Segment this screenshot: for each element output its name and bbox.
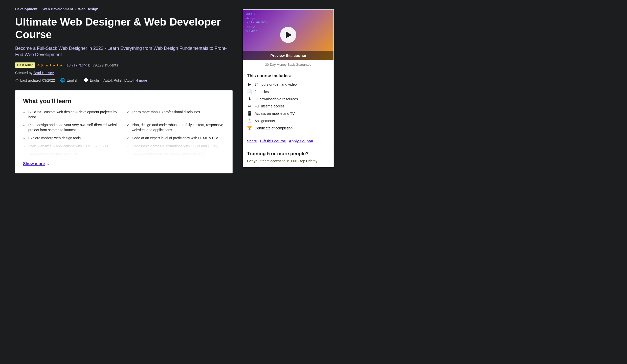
learn-item: ✓ Use awesome tools like Figma, Adobe XD…: [126, 152, 225, 157]
learn-item-text: Build 23+ custom web design & developmen…: [28, 110, 121, 120]
course-preview-image[interactable]: <html><body> <h1>UNO</h1> </h1></html> P…: [243, 10, 333, 60]
infinity-icon: ∞: [247, 104, 252, 108]
learn-item-text: Code basic games & animations with CSS3 …: [132, 144, 218, 149]
gift-course-button[interactable]: Gift this course: [260, 139, 286, 143]
check-icon: ✓: [126, 110, 129, 115]
learn-item-text: Explore modern web design tools: [28, 136, 81, 141]
breadcrumb-web-design[interactable]: Web Design: [78, 7, 98, 11]
check-icon: ✓: [23, 144, 26, 149]
includes-item: ▶ 34 hours on-demand video: [247, 82, 329, 87]
breadcrumb-sep-1: ›: [39, 7, 40, 11]
learn-item: ✓ Build 23+ custom web design & developm…: [23, 110, 121, 120]
instructor-link[interactable]: Brad Hussey: [33, 71, 54, 75]
includes-item: 📋 Assignments: [247, 118, 329, 123]
mobile-icon: 📱: [247, 111, 252, 116]
captions-item: 💬 English [Auto], Polish [Auto], 4 more: [83, 78, 147, 83]
globe-icon: 🌐: [60, 78, 65, 83]
includes-item: 📄 2 articles: [247, 89, 329, 94]
captions-text: English [Auto], Polish [Auto],: [90, 78, 135, 82]
check-icon: ✓: [126, 144, 129, 149]
last-updated-item: ⚙ Last updated 03/2022: [15, 78, 55, 83]
certificate-icon: 🏆: [247, 126, 252, 130]
learn-item: ✓ Code basic games & animations with CSS…: [126, 144, 225, 149]
learn-items-wrap: ✓ Build 23+ custom web design & developm…: [23, 110, 225, 157]
learn-grid: ✓ Build 23+ custom web design & developm…: [23, 110, 225, 157]
learn-item: ✓ Explore modern web design tools: [23, 136, 121, 141]
learn-item-text: Get Adobe Photoshop Products...: [28, 152, 81, 157]
learn-item-text: Learn more than 18 professional discipli…: [132, 110, 200, 115]
apply-coupon-button[interactable]: Apply Coupon: [289, 139, 313, 143]
learn-item-text: Code at an expert level of proficiency w…: [132, 136, 219, 141]
check-icon: ✓: [23, 152, 26, 157]
code-preview-bg: <html><body> <h1>UNO</h1> </h1></html>: [245, 12, 267, 33]
learn-item-text: Code websites & applications with HTML5 …: [28, 144, 108, 149]
includes-item-text: Assignments: [255, 119, 275, 123]
learn-section: What you'll learn ✓ Build 23+ custom web…: [15, 90, 233, 173]
sidebar-card: <html><body> <h1>UNO</h1> </h1></html> P…: [243, 9, 334, 167]
learn-item-text: Plan, design and code robust and fully c…: [132, 123, 225, 132]
last-updated-label: Last updated: [20, 78, 41, 82]
download-icon: ⬇: [247, 97, 252, 101]
learn-item: ✓ Plan, design and code your very own se…: [23, 123, 121, 132]
preview-label: Preview this course: [271, 53, 306, 58]
includes-section: This course includes: ▶ 34 hours on-dema…: [243, 69, 333, 137]
learn-item: ✓ Learn more than 18 professional discip…: [126, 110, 225, 120]
includes-item-text: Full lifetime access: [255, 104, 284, 108]
includes-item: ⬇ 35 downloadable resources: [247, 97, 329, 101]
training-title: Training 5 or more people?: [247, 151, 329, 156]
breadcrumb-development[interactable]: Development: [15, 7, 37, 11]
students-count: 79,179 students: [93, 63, 118, 67]
check-icon: ✓: [23, 136, 26, 141]
includes-title: This course includes:: [247, 73, 329, 78]
play-button[interactable]: [280, 27, 296, 43]
show-more-button[interactable]: Show more ⌄: [23, 162, 49, 166]
article-icon: 📄: [247, 89, 252, 94]
show-more-label: Show more: [23, 162, 45, 166]
preview-overlay: Preview this course: [243, 51, 333, 60]
money-back-guarantee: 30-Day Money-Back Guarantee: [243, 60, 333, 69]
includes-item-text: 35 downloadable resources: [255, 97, 298, 101]
share-button[interactable]: Share: [247, 139, 257, 143]
bestseller-badge: Bestseller: [15, 62, 35, 68]
learn-item: ✓ Code websites & applications with HTML…: [23, 144, 121, 149]
main-content: What you'll learn ✓ Build 23+ custom web…: [15, 90, 233, 248]
learn-item: ✓ Plan, design and code robust and fully…: [126, 123, 225, 132]
sidebar-actions: Share Gift this course Apply Coupon: [243, 137, 333, 147]
includes-item-text: 34 hours on-demand video: [255, 82, 297, 86]
breadcrumb-sep-2: ›: [75, 7, 76, 11]
video-icon: ▶: [247, 82, 252, 87]
check-icon: ✓: [23, 110, 26, 115]
last-updated-date: 03/2022: [42, 78, 55, 82]
training-section: Training 5 or more people? Get your team…: [243, 147, 333, 167]
learn-item: ✓ Code at an expert level of proficiency…: [126, 136, 225, 141]
language-item: 🌐 English: [60, 78, 78, 83]
rating-number: 4.6: [37, 63, 43, 67]
check-icon: ✓: [126, 123, 129, 128]
caption-icon: 💬: [83, 78, 88, 83]
learn-item: ✓ Get Adobe Photoshop Products...: [23, 152, 121, 157]
course-title: Ultimate Web Designer & Web Developer Co…: [15, 16, 233, 41]
includes-item: 🏆 Certificate of completion: [247, 126, 329, 130]
check-icon: ✓: [23, 123, 26, 128]
learn-title: What you'll learn: [23, 98, 225, 105]
learn-item-text: Use awesome tools like Figma, Adobe XD a…: [132, 152, 208, 157]
breadcrumb-web-development[interactable]: Web Development: [42, 7, 73, 11]
play-icon: [286, 31, 292, 38]
chevron-down-icon: ⌄: [47, 162, 49, 166]
money-back-text: 30-Day Money-Back Guarantee: [265, 63, 311, 66]
includes-item-text: 2 articles: [255, 90, 269, 94]
check-icon: ✓: [126, 152, 129, 157]
course-subtitle: Become a Full-Stack Web Designer in 2022…: [15, 45, 233, 58]
language-text: English: [67, 78, 78, 82]
includes-item: ∞ Full lifetime access: [247, 104, 329, 108]
more-languages-link[interactable]: 4 more: [136, 78, 147, 82]
rating-count[interactable]: (13,717 ratings): [65, 63, 90, 67]
assignment-icon: 📋: [247, 118, 252, 123]
includes-item-text: Access on mobile and TV: [255, 111, 295, 116]
learn-item-text: Plan, design and code your very own self…: [28, 123, 121, 132]
includes-item: 📱 Access on mobile and TV: [247, 111, 329, 116]
includes-item-text: Certificate of completion: [255, 126, 293, 130]
check-icon: ✓: [126, 136, 129, 141]
stars-display: ★★★★★: [45, 63, 63, 67]
training-desc: Get your team access to 19,000+ top Udem…: [247, 159, 329, 163]
